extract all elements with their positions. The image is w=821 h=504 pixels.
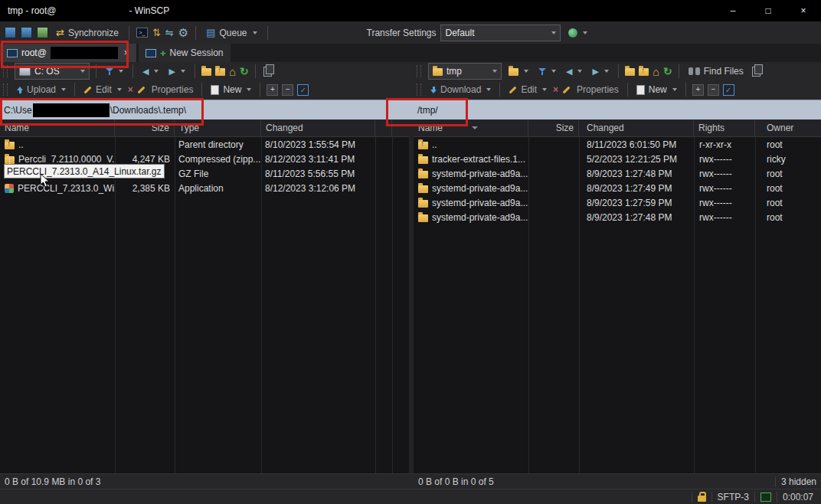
column-header-name[interactable]: Name — [414, 119, 528, 136]
file-row[interactable]: systemd-private-ad9a... 8/9/2023 1:27:48… — [414, 210, 821, 224]
file-rights: rwx------ — [694, 154, 755, 165]
delete-icon[interactable]: × — [128, 85, 133, 94]
column-header-filler — [392, 119, 409, 136]
transfer-preset-icon-button[interactable] — [565, 27, 590, 39]
file-row[interactable]: systemd-private-ad9a... 8/9/2023 1:27:49… — [414, 181, 821, 195]
maximize-button[interactable]: □ — [751, 0, 786, 21]
encryption-lock-icon[interactable] — [698, 496, 706, 502]
local-command-bar: Upload Edit × Properties New + − — [0, 80, 412, 99]
toolbar-grip[interactable] — [417, 83, 421, 96]
download-label: Download — [440, 84, 481, 95]
chevron-down-icon — [577, 70, 582, 73]
column-header-owner[interactable]: Owner — [755, 119, 821, 136]
file-row[interactable]: ↑.. Parent directory 8/10/2023 1:55:54 P… — [0, 137, 409, 152]
edit-button[interactable]: Edit — [506, 84, 549, 95]
add-icon[interactable]: + — [267, 84, 278, 96]
queue-label: Queue — [220, 28, 247, 38]
file-row[interactable]: PERCCLI_7.2313.0_Wi... 2,385 KB Applicat… — [0, 181, 409, 195]
open-directory-icon[interactable] — [625, 68, 635, 76]
parent-directory-icon[interactable]: ↑ — [215, 68, 225, 76]
status-separator — [775, 476, 776, 487]
column-header-type[interactable]: Type — [175, 119, 261, 136]
select-checkbox-icon[interactable]: ✓ — [297, 84, 309, 96]
column-header-name[interactable]: Name — [0, 119, 115, 136]
folder-icon — [418, 200, 428, 208]
layout-commander-icon[interactable] — [5, 27, 16, 38]
new-session-tab[interactable]: + New Session — [139, 44, 231, 62]
drive-combo[interactable]: C: OS — [15, 63, 90, 80]
file-row[interactable]: systemd-private-ad9a... 8/9/2023 1:27:59… — [414, 195, 821, 210]
queue-button[interactable]: ▤ Queue — [203, 26, 260, 40]
add-icon[interactable]: + — [692, 84, 704, 96]
hidden-files-count[interactable]: 3 hidden — [781, 476, 816, 487]
toolbar-separator — [685, 83, 686, 97]
toolbar-grip[interactable] — [417, 65, 421, 77]
back-button[interactable]: ◀ — [139, 66, 162, 77]
session-tab-active[interactable]: root@ × — [0, 44, 136, 62]
layout-explorer-icon[interactable] — [21, 27, 32, 38]
synchronize-browsing-icon[interactable]: ⇅ — [152, 28, 161, 38]
preferences-gear-icon[interactable]: ⚙ — [178, 27, 188, 38]
toolbar-grip[interactable] — [3, 83, 8, 96]
local-path-bar[interactable]: C:\Use\Downloads\.temp\ — [0, 100, 417, 121]
delete-icon[interactable]: × — [553, 85, 558, 94]
download-icon — [430, 87, 437, 93]
filter-button[interactable] — [103, 67, 126, 77]
home-directory-icon[interactable]: ⌂ — [229, 66, 236, 77]
forward-button[interactable]: ▶ — [589, 66, 611, 77]
file-row[interactable]: ↑.. 8/11/2023 6:01:50 PM r-xr-xr-x root — [414, 137, 821, 152]
upload-button[interactable]: Upload — [15, 84, 68, 95]
server-status-icon[interactable] — [760, 493, 771, 502]
transfer-preset-combo[interactable]: Default — [440, 25, 561, 41]
synchronize-label: Synchronize — [68, 28, 119, 38]
select-checkbox-icon[interactable]: ✓ — [723, 84, 734, 96]
properties-button[interactable]: Properties — [574, 84, 621, 95]
copy-path-icon[interactable] — [263, 67, 272, 77]
remote-path-bar[interactable]: /tmp/ — [414, 100, 821, 121]
home-directory-icon[interactable]: ⌂ — [653, 66, 659, 77]
synchronize-button[interactable]: ⇄ Synchronize — [53, 26, 122, 40]
minimize-button[interactable]: – — [715, 0, 751, 21]
filter-button[interactable] — [535, 67, 559, 77]
column-header-size[interactable]: Size — [528, 119, 579, 136]
forward-button[interactable]: ▶ — [165, 66, 188, 77]
subtract-icon[interactable]: − — [282, 84, 293, 96]
protocol-label[interactable]: SFTP-3 — [718, 492, 749, 502]
properties-button[interactable]: Properties — [149, 84, 196, 95]
column-header-changed[interactable]: Changed — [579, 119, 694, 136]
application-file-icon — [5, 184, 14, 193]
column-header-rights[interactable]: Rights — [694, 119, 755, 136]
column-header-size[interactable]: Size — [115, 119, 175, 136]
console-icon[interactable]: >_ — [136, 28, 148, 38]
edit-button[interactable]: Edit — [81, 84, 124, 95]
swap-panels-icon[interactable]: ⇋ — [165, 28, 174, 38]
file-name: systemd-private-ad9a... — [432, 212, 528, 223]
find-files-button[interactable]: Find Files — [685, 64, 747, 78]
transfer-settings-label: Transfer Settings — [367, 28, 437, 38]
site-manager-icon[interactable] — [37, 27, 48, 38]
command-bars-row: Upload Edit × Properties New + − — [0, 80, 821, 100]
new-button[interactable]: New — [208, 84, 253, 95]
column-header-changed[interactable]: Changed — [261, 119, 375, 136]
file-row[interactable]: systemd-private-ad9a... 8/9/2023 1:27:48… — [414, 166, 821, 181]
remote-dir-combo[interactable]: tmp — [428, 63, 502, 80]
tab-close-icon[interactable]: × — [124, 47, 129, 58]
statusbar: SFTP-3 0:00:07 — [0, 489, 821, 504]
open-folder-button[interactable] — [505, 65, 532, 77]
parent-directory-icon[interactable]: ↑ — [639, 68, 649, 76]
copy-path-icon[interactable] — [752, 67, 760, 77]
file-row[interactable]: tracker-extract-files.1... 5/2/2023 12:2… — [414, 152, 821, 166]
new-button[interactable]: New — [634, 84, 679, 95]
refresh-icon[interactable]: ↻ — [240, 66, 249, 77]
download-button[interactable]: Download — [428, 84, 493, 95]
rename-icon[interactable] — [137, 86, 145, 93]
back-button[interactable]: ◀ — [563, 66, 585, 77]
rename-icon[interactable] — [563, 86, 571, 93]
refresh-icon[interactable]: ↻ — [663, 66, 672, 77]
open-directory-icon[interactable] — [201, 68, 211, 76]
status-separator — [711, 492, 712, 502]
subtract-icon[interactable]: − — [708, 84, 719, 96]
toolbar-grip[interactable] — [3, 65, 8, 77]
close-button[interactable]: × — [786, 0, 821, 21]
rename-input[interactable] — [4, 164, 165, 178]
